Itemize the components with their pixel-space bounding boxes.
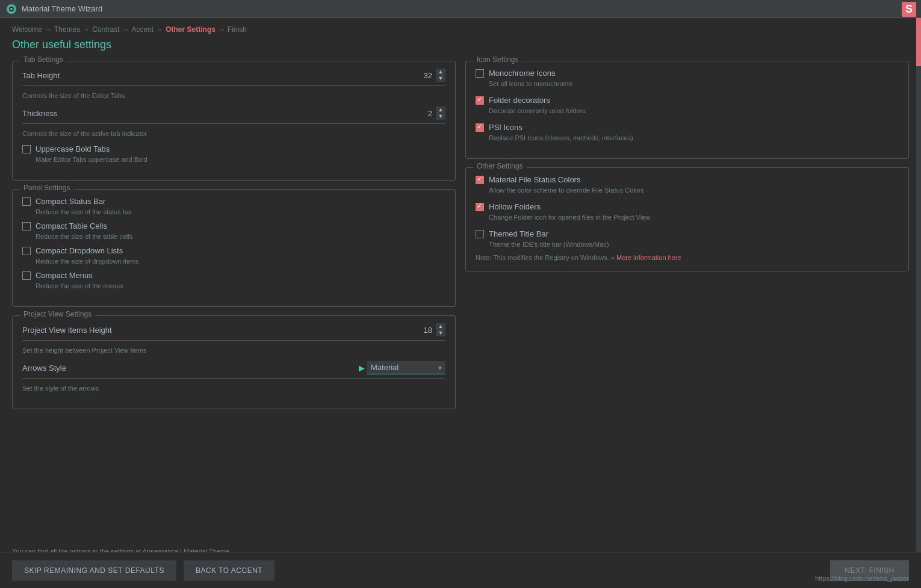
page-title: Other useful settings bbox=[0, 36, 921, 61]
compact-status-desc: Reduce the size of the status bar bbox=[36, 208, 445, 215]
monochrome-label[interactable]: Monochrome Icons bbox=[489, 69, 556, 78]
hollow-folders-desc: Change Folder icon for opened files in t… bbox=[489, 214, 899, 221]
thickness-up-button[interactable]: ▲ bbox=[436, 107, 445, 113]
right-column: Icon Settings Monochrome Icons Set all i… bbox=[465, 61, 909, 544]
thickness-desc: Controls the size of the active tab indi… bbox=[22, 130, 445, 137]
app-logo-icon bbox=[6, 4, 17, 14]
url-hint: https://blog.csdn.net/aha_jasper bbox=[815, 575, 909, 582]
thickness-row: Thickness 2 ▲ ▼ bbox=[22, 107, 445, 120]
breadcrumb-welcome[interactable]: Welcome bbox=[12, 25, 42, 34]
tab-height-label: Tab Height bbox=[22, 71, 60, 80]
breadcrumb-arrow-5: → bbox=[218, 25, 225, 34]
folder-decorators-checkbox[interactable] bbox=[476, 96, 484, 105]
thickness-spinner[interactable]: 2 ▲ ▼ bbox=[418, 107, 445, 120]
thickness-down-button[interactable]: ▼ bbox=[436, 113, 445, 120]
compact-menus-label[interactable]: Compact Menus bbox=[36, 271, 93, 280]
tab-height-down-button[interactable]: ▼ bbox=[436, 75, 445, 82]
items-height-spinner[interactable]: 18 ▲ ▼ bbox=[418, 323, 445, 336]
svg-point-2 bbox=[10, 8, 13, 10]
breadcrumb-themes[interactable]: Themes bbox=[54, 25, 80, 34]
icon-settings-title: Icon Settings bbox=[473, 55, 522, 64]
tab-height-buttons[interactable]: ▲ ▼ bbox=[436, 69, 445, 82]
compact-table-label[interactable]: Compact Table Cells bbox=[36, 221, 107, 231]
breadcrumb-accent[interactable]: Accent bbox=[132, 25, 154, 34]
breadcrumb-arrow-2: → bbox=[82, 25, 90, 34]
psi-icons-checkbox[interactable] bbox=[476, 123, 484, 132]
themed-title-label[interactable]: Themed Title Bar bbox=[489, 229, 548, 238]
monochrome-desc: Set all icons to monochrome bbox=[489, 80, 899, 87]
arrows-style-select[interactable]: Material Darcula Plus-Minus Arrows None bbox=[367, 361, 445, 374]
compact-status-row: Compact Status Bar bbox=[22, 197, 445, 206]
compact-table-checkbox[interactable] bbox=[22, 222, 31, 231]
compact-dropdown-checkbox[interactable] bbox=[22, 247, 31, 255]
compact-dropdown-label[interactable]: Compact Dropdown Lists bbox=[36, 246, 123, 255]
back-button[interactable]: BACK TO ACCENT bbox=[184, 560, 274, 581]
bottom-bar: SKIP REMAINING AND SET DEFAULTS BACK TO … bbox=[0, 552, 921, 588]
other-settings-section: Other Settings Material File Status Colo… bbox=[465, 167, 909, 271]
main-content: Tab Settings Tab Height 32 ▲ ▼ Controls … bbox=[0, 61, 921, 544]
panel-settings-title: Panel Settings bbox=[20, 184, 73, 192]
hollow-folders-row: Hollow Folders bbox=[476, 202, 899, 211]
panel-settings-section: Panel Settings Compact Status Bar Reduce… bbox=[12, 189, 456, 307]
folder-decorators-label[interactable]: Folder decorators bbox=[489, 96, 550, 105]
tab-height-up-button[interactable]: ▲ bbox=[436, 69, 445, 75]
compact-dropdown-row: Compact Dropdown Lists bbox=[22, 246, 445, 255]
skip-button[interactable]: SKIP REMAINING AND SET DEFAULTS bbox=[12, 560, 176, 581]
compact-table-row: Compact Table Cells bbox=[22, 221, 445, 231]
note-text-content: Note: This modifies the Registry on Wind… bbox=[476, 254, 615, 261]
thickness-buttons[interactable]: ▲ ▼ bbox=[436, 107, 445, 120]
uppercase-bold-checkbox[interactable] bbox=[22, 145, 31, 153]
uppercase-bold-row: Uppercase Bold Tabs bbox=[22, 144, 445, 153]
scrollbar-track[interactable] bbox=[916, 18, 921, 552]
breadcrumb-contrast[interactable]: Contrast bbox=[92, 25, 119, 34]
title-bar: Material Theme Wizard × bbox=[0, 0, 921, 18]
compact-table-desc: Reduce the size of the table cells bbox=[36, 233, 445, 240]
compact-status-checkbox[interactable] bbox=[22, 197, 31, 206]
scrollbar-thumb[interactable] bbox=[916, 18, 921, 66]
left-column: Tab Settings Tab Height 32 ▲ ▼ Controls … bbox=[12, 61, 456, 544]
tab-height-desc: Controls the size of the Editor Tabs bbox=[22, 92, 445, 99]
items-height-up-button[interactable]: ▲ bbox=[436, 323, 445, 330]
window-title: Material Theme Wizard bbox=[22, 4, 102, 13]
dropdown-prefix-icon: ▶ bbox=[359, 364, 365, 373]
brand-logo: S bbox=[902, 2, 916, 17]
arrows-style-dropdown-wrapper: ▶ Material Darcula Plus-Minus Arrows Non… bbox=[359, 361, 445, 374]
uppercase-bold-label[interactable]: Uppercase Bold Tabs bbox=[36, 144, 110, 153]
more-info-link[interactable]: More information here bbox=[616, 254, 681, 261]
title-bar-left: Material Theme Wizard bbox=[6, 4, 102, 14]
material-file-checkbox[interactable] bbox=[476, 176, 484, 184]
hollow-folders-checkbox[interactable] bbox=[476, 203, 484, 211]
compact-dropdown-desc: Reduce the size of dropdown items bbox=[36, 258, 445, 265]
arrows-style-label: Arrows Style bbox=[22, 364, 66, 373]
themed-title-checkbox[interactable] bbox=[476, 230, 484, 238]
themed-title-row: Themed Title Bar bbox=[476, 229, 899, 238]
breadcrumb-finish[interactable]: Finish bbox=[228, 25, 247, 34]
psi-icons-label[interactable]: PSI Icons bbox=[489, 123, 523, 132]
thickness-separator bbox=[22, 123, 445, 124]
items-height-buttons[interactable]: ▲ ▼ bbox=[436, 323, 445, 336]
compact-menus-row: Compact Menus bbox=[22, 271, 445, 280]
breadcrumb: Welcome → Themes → Contrast → Accent → O… bbox=[0, 18, 921, 36]
bottom-left-buttons: SKIP REMAINING AND SET DEFAULTS BACK TO … bbox=[12, 560, 274, 581]
material-file-label[interactable]: Material File Status Colors bbox=[489, 175, 580, 184]
items-height-down-button[interactable]: ▼ bbox=[436, 330, 445, 336]
folder-decorators-row: Folder decorators bbox=[476, 96, 899, 105]
tab-height-spinner[interactable]: 32 ▲ ▼ bbox=[418, 69, 445, 82]
arrows-style-desc: Set the style of the arrows bbox=[22, 385, 445, 392]
arrows-style-separator bbox=[22, 378, 445, 379]
breadcrumb-other-settings: Other Settings bbox=[166, 25, 216, 34]
tab-height-value: 32 bbox=[418, 71, 432, 80]
tab-height-row: Tab Height 32 ▲ ▼ bbox=[22, 69, 445, 82]
compact-menus-checkbox[interactable] bbox=[22, 271, 31, 280]
tab-settings-title: Tab Settings bbox=[20, 55, 67, 64]
folder-decorators-desc: Decorate commonly used folders bbox=[489, 107, 899, 114]
compact-status-label[interactable]: Compact Status Bar bbox=[36, 197, 105, 206]
psi-icons-row: PSI Icons bbox=[476, 123, 899, 132]
other-settings-title: Other Settings bbox=[473, 162, 527, 170]
tab-settings-section: Tab Settings Tab Height 32 ▲ ▼ Controls … bbox=[12, 61, 456, 181]
items-height-row: Project View Items Height 18 ▲ ▼ bbox=[22, 323, 445, 336]
monochrome-checkbox[interactable] bbox=[476, 69, 484, 78]
hollow-folders-label[interactable]: Hollow Folders bbox=[489, 202, 541, 211]
breadcrumb-arrow-3: → bbox=[122, 25, 129, 34]
compact-menus-desc: Reduce the size of the menus bbox=[36, 282, 445, 289]
